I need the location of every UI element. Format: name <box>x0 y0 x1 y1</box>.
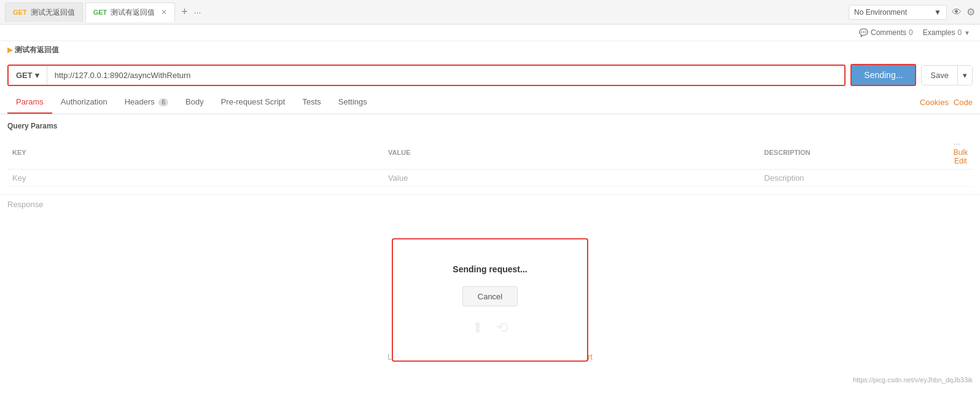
tab2-method: GET <box>93 9 107 16</box>
method-label: GET <box>16 71 33 80</box>
top-right-bar: 💬 Comments 0 Examples 0 ▼ <box>859 28 970 37</box>
save-area: Save ▾ <box>921 65 973 85</box>
tests-tab-label: Tests <box>302 97 321 106</box>
examples-button[interactable]: Examples 0 ▼ <box>923 28 970 37</box>
request-tabs-bar: Params Authorization Headers 6 Body Pre-… <box>0 91 980 114</box>
more-tabs-button[interactable]: ··· <box>194 7 201 17</box>
table-row: Key Value Description <box>7 170 973 187</box>
env-label: No Environment <box>854 8 907 17</box>
tab1-method: GET <box>13 9 27 16</box>
params-tab-label: Params <box>16 97 44 106</box>
row-actions-cell <box>949 170 973 187</box>
prerequest-tab-label: Pre-request Script <box>221 97 286 106</box>
query-params-title: Query Params <box>7 122 973 130</box>
examples-expand-icon: ▼ <box>964 30 970 36</box>
environment-selector[interactable]: No Environment ▼ <box>849 5 947 20</box>
key-column-header: KEY <box>7 135 383 170</box>
settings-icon-button[interactable]: ⚙ <box>966 6 975 18</box>
send-icon-1: ⬆ <box>472 319 484 336</box>
method-selector[interactable]: GET ▾ <box>9 66 47 85</box>
send-button[interactable]: Sending... <box>850 64 916 86</box>
sending-text: Sending request... <box>430 264 550 274</box>
headers-badge: 6 <box>158 98 168 106</box>
url-bar-container: GET ▾ Sending... Save ▾ <box>0 59 980 91</box>
cancel-button[interactable]: Cancel <box>462 286 518 307</box>
authorization-tab-label: Authorization <box>61 97 107 106</box>
tab-close-icon[interactable]: ✕ <box>161 8 167 17</box>
bottom-url: https://picg.csdn.net/v/eyJhbn_dqJb33ik <box>853 376 973 384</box>
send-icon-2: ⟲ <box>496 319 508 336</box>
breadcrumb-title: 测试有返回值 <box>15 45 59 54</box>
tabs-area: GET 测试无返回值 GET 测试有返回值 ✕ + ··· <box>5 2 201 22</box>
tab1-name: 测试无返回值 <box>31 7 75 18</box>
headers-tab-label: Headers <box>125 97 155 106</box>
tab-inactive[interactable]: GET 测试无返回值 <box>5 2 83 22</box>
save-button[interactable]: Save <box>922 66 957 85</box>
actions-column-header: ··· Bulk Edit <box>949 135 973 170</box>
url-input[interactable] <box>47 66 845 85</box>
meta-bar: 💬 Comments 0 Examples 0 ▼ <box>0 25 980 41</box>
params-more-button[interactable]: ··· <box>954 139 960 148</box>
comments-button[interactable]: 💬 Comments 0 <box>859 28 913 37</box>
method-dropdown-icon: ▾ <box>35 71 39 80</box>
tab-params[interactable]: Params <box>7 91 52 114</box>
breadcrumb-arrow: ▶ <box>7 45 13 54</box>
description-cell: Description <box>760 170 949 187</box>
main-content-area: Sending request... Cancel ⬆ ⟲ Hit Send t… <box>0 214 980 386</box>
tab-prerequest[interactable]: Pre-request Script <box>212 91 294 114</box>
value-cell: Value <box>383 170 759 187</box>
tab-tests[interactable]: Tests <box>294 91 329 114</box>
url-bar-inner: GET ▾ <box>7 65 846 86</box>
tab-active[interactable]: GET 测试有返回值 ✕ <box>85 2 176 22</box>
params-table: KEY VALUE DESCRIPTION ··· Bulk Edit Key … <box>7 135 973 187</box>
tab-authorization[interactable]: Authorization <box>52 91 116 114</box>
key-cell: Key <box>7 170 383 187</box>
right-links: Cookies Code <box>920 98 973 107</box>
sending-icons: ⬆ ⟲ <box>430 319 550 336</box>
bulk-edit-button[interactable]: Bulk Edit <box>954 148 968 165</box>
tab-headers[interactable]: Headers 6 <box>116 91 177 114</box>
body-tab-label: Body <box>185 97 204 106</box>
value-column-header: VALUE <box>383 135 759 170</box>
examples-count: 0 <box>957 28 962 37</box>
params-header-row: KEY VALUE DESCRIPTION ··· Bulk Edit <box>7 135 973 170</box>
code-link[interactable]: Code <box>954 98 973 107</box>
settings-tab-label: Settings <box>338 97 367 106</box>
top-right-controls: No Environment ▼ 👁 ⚙ <box>849 5 975 20</box>
add-tab-button[interactable]: + <box>177 6 192 18</box>
cookies-link[interactable]: Cookies <box>920 98 949 107</box>
comments-count: 0 <box>909 28 913 37</box>
top-bar: GET 测试无返回值 GET 测试有返回值 ✕ + ··· No Environ… <box>0 0 980 25</box>
tab-body[interactable]: Body <box>177 91 212 114</box>
save-dropdown-button[interactable]: ▾ <box>957 66 972 85</box>
comments-label: Comments <box>871 28 906 37</box>
response-label: Response <box>0 194 980 214</box>
sending-dialog: Sending request... Cancel ⬆ ⟲ <box>392 238 588 362</box>
description-column-header: DESCRIPTION <box>760 135 949 170</box>
examples-label: Examples <box>923 28 955 37</box>
tab2-name: 测试有返回值 <box>111 7 155 18</box>
params-section: Query Params KEY VALUE DESCRIPTION ··· B… <box>0 114 980 194</box>
breadcrumb: ▶ 测试有返回值 <box>0 41 980 59</box>
chat-icon: 💬 <box>859 28 868 37</box>
tab-settings[interactable]: Settings <box>330 91 376 114</box>
eye-icon-button[interactable]: 👁 <box>952 7 962 18</box>
env-dropdown-icon: ▼ <box>934 8 941 17</box>
